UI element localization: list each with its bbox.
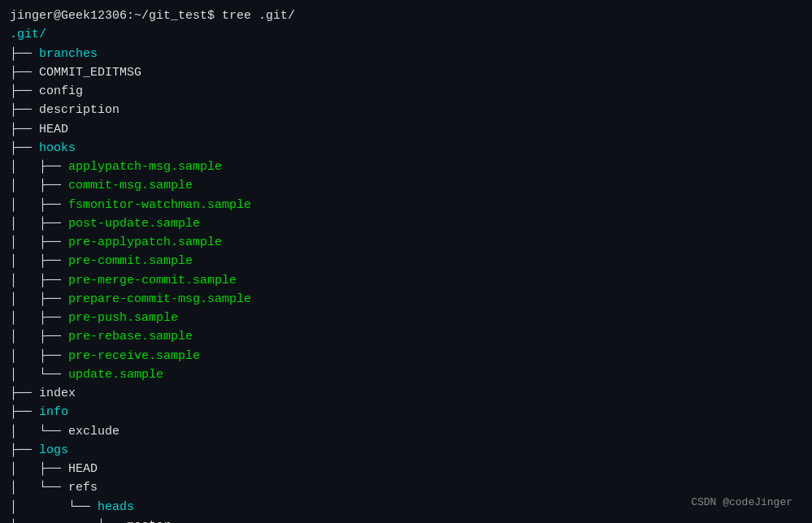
- tree-item-name: refs: [68, 478, 98, 497]
- tree-connector-char: ├──: [39, 347, 68, 365]
- tree-connector-char: ├──: [39, 252, 68, 270]
- tree-container: ├── branches├── COMMIT_EDITMSG├── config…: [10, 45, 802, 524]
- tree-item-name: commit-msg.sample: [68, 176, 193, 195]
- tree-indent: │: [10, 517, 98, 523]
- tree-item-name: exclude: [68, 422, 119, 441]
- tree-item: │ ├── pre-receive.sample: [10, 347, 802, 365]
- tree-item-name: applypatch-msg.sample: [68, 158, 222, 176]
- tree-connector-char: ├──: [39, 309, 68, 327]
- tree-item-name: logs: [39, 441, 68, 460]
- tree-item-name: HEAD: [68, 460, 98, 478]
- tree-item: │ ├── pre-rebase.sample: [10, 327, 802, 346]
- watermark: CSDN @codeJinger: [691, 496, 792, 508]
- tree-item: │ ├── pre-merge-commit.sample: [10, 271, 802, 290]
- tree-item: │ └── refs: [10, 478, 802, 497]
- tree-indent: │: [10, 176, 39, 195]
- tree-item-name: index: [39, 384, 76, 403]
- tree-indent: │: [10, 498, 68, 517]
- tree-indent: │: [10, 196, 39, 214]
- tree-indent: │: [10, 347, 39, 365]
- tree-item-name: pre-merge-commit.sample: [68, 271, 237, 290]
- tree-item: │ └── master: [10, 517, 802, 523]
- tree-item: │ └── heads: [10, 498, 802, 517]
- tree-item-name: update.sample: [68, 365, 163, 384]
- tree-item-name: info: [39, 403, 68, 421]
- tree-connector-char: ├──: [10, 101, 39, 119]
- tree-connector-char: └──: [98, 517, 127, 523]
- tree-connector-char: ├──: [10, 63, 39, 82]
- tree-item: │ ├── post-update.sample: [10, 214, 802, 233]
- tree-connector-char: ├──: [39, 158, 68, 176]
- tree-item-name: post-update.sample: [68, 214, 200, 233]
- tree-item-name: HEAD: [39, 120, 68, 139]
- tree-item: │ ├── prepare-commit-msg.sample: [10, 290, 802, 309]
- tree-indent: │: [10, 252, 39, 270]
- tree-indent: │: [10, 214, 39, 233]
- root-line: .git/: [10, 25, 802, 44]
- tree-connector-char: ├──: [39, 176, 68, 195]
- tree-connector-char: ├──: [10, 82, 39, 101]
- tree-item-name: pre-rebase.sample: [68, 327, 193, 346]
- tree-item: ├── info: [10, 403, 802, 421]
- tree-connector-char: ├──: [39, 290, 68, 309]
- tree-item: ├── COMMIT_EDITMSG: [10, 63, 802, 82]
- tree-item-name: fsmonitor-watchman.sample: [68, 196, 251, 214]
- tree-connector-char: ├──: [39, 233, 68, 252]
- tree-connector-char: ├──: [10, 403, 39, 421]
- tree-connector-char: ├──: [39, 214, 68, 233]
- tree-connector-char: └──: [39, 478, 68, 497]
- tree-item-name: config: [39, 82, 83, 101]
- tree-item: │ ├── pre-push.sample: [10, 309, 802, 327]
- tree-connector-char: ├──: [10, 384, 39, 403]
- tree-indent: │: [10, 478, 39, 497]
- tree-connector-char: ├──: [10, 139, 39, 158]
- tree-item: │ └── exclude: [10, 422, 802, 441]
- tree-item: ├── index: [10, 384, 802, 403]
- tree-connector-char: └──: [39, 422, 68, 441]
- tree-connector-char: ├──: [10, 45, 39, 63]
- tree-indent: │: [10, 158, 39, 176]
- tree-indent: │: [10, 327, 39, 346]
- tree-item-name: pre-applypatch.sample: [68, 233, 222, 252]
- prompt-text: jinger@Geek12306:~/git_test$ tree .git/: [10, 6, 295, 25]
- tree-connector-char: ├──: [39, 460, 68, 478]
- tree-item: │ ├── commit-msg.sample: [10, 176, 802, 195]
- tree-item-name: pre-commit.sample: [68, 252, 193, 270]
- tree-item: │ ├── pre-applypatch.sample: [10, 233, 802, 252]
- tree-item: │ ├── pre-commit.sample: [10, 252, 802, 270]
- tree-indent: │: [10, 460, 39, 478]
- root-dir: .git/: [10, 25, 46, 44]
- tree-item: │ └── update.sample: [10, 365, 802, 384]
- tree-indent: │: [10, 365, 39, 384]
- prompt-line: jinger@Geek12306:~/git_test$ tree .git/: [10, 6, 802, 25]
- tree-item-name: description: [39, 101, 119, 119]
- tree-item: │ ├── applypatch-msg.sample: [10, 158, 802, 176]
- tree-item-name: prepare-commit-msg.sample: [68, 290, 251, 309]
- tree-indent: │: [10, 290, 39, 309]
- tree-item: ├── hooks: [10, 139, 802, 158]
- tree-item: │ ├── fsmonitor-watchman.sample: [10, 196, 802, 214]
- tree-item: ├── logs: [10, 441, 802, 460]
- tree-indent: │: [10, 233, 39, 252]
- tree-indent: │: [10, 271, 39, 290]
- tree-connector-char: ├──: [39, 327, 68, 346]
- tree-connector-char: ├──: [10, 441, 39, 460]
- tree-connector-char: └──: [68, 498, 98, 517]
- tree-indent: │: [10, 422, 39, 441]
- tree-item-name: branches: [39, 45, 98, 63]
- tree-connector-char: └──: [39, 365, 68, 384]
- tree-connector-char: ├──: [39, 271, 68, 290]
- tree-item: │ ├── HEAD: [10, 460, 802, 478]
- tree-item: ├── config: [10, 82, 802, 101]
- tree-item-name: pre-receive.sample: [68, 347, 200, 365]
- tree-connector-char: ├──: [39, 196, 68, 214]
- tree-item-name: master: [127, 517, 171, 523]
- tree-item-name: COMMIT_EDITMSG: [39, 63, 141, 82]
- tree-indent: │: [10, 309, 39, 327]
- tree-connector-char: ├──: [10, 120, 39, 139]
- tree-item: ├── branches: [10, 45, 802, 63]
- tree-item: ├── HEAD: [10, 120, 802, 139]
- tree-item-name: pre-push.sample: [68, 309, 178, 327]
- terminal: jinger@Geek12306:~/git_test$ tree .git/ …: [10, 6, 802, 517]
- tree-item-name: hooks: [39, 139, 76, 158]
